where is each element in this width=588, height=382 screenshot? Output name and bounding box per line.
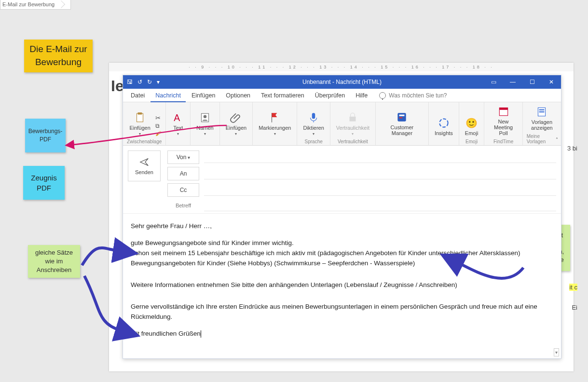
menubar: Datei Nachricht Einfügen Optionen Text f… [123,89,561,102]
emoji-icon: 🙂 [465,117,478,129]
svg-point-10 [439,119,448,127]
clipboard-icon [134,111,146,124]
von-button[interactable]: Von [167,150,199,164]
svg-rect-0 [137,114,143,122]
svg-rect-9 [399,117,403,118]
menu-datei[interactable]: Datei [126,89,150,102]
template-icon [535,106,548,118]
markierungen-button[interactable]: Markierungen▾ [257,110,293,137]
svg-rect-5 [312,113,315,119]
insights-button[interactable]: Insights [433,116,455,137]
menu-ueberpruefen[interactable]: Überprüfen [310,89,350,102]
addressbook-icon [199,111,211,124]
menu-optionen[interactable]: Optionen [221,89,255,102]
minimize-icon[interactable]: — [503,75,522,89]
send-button[interactable]: Senden [128,150,161,181]
titlebar: 🖫 ↺ ↻ ▾ Unbenannt - Nachricht (HTML) ▭ —… [123,75,561,89]
cc-field[interactable] [204,184,556,196]
calendar-poll-icon [497,105,510,118]
compose-header: Senden Von An Cc Betreff [123,146,561,214]
bg-text-fragment: 3 bi [567,145,577,152]
svg-rect-15 [539,111,545,112]
svg-rect-6 [350,117,356,122]
svg-rect-14 [539,109,545,110]
sticky-gleiche-saetze: gleiche Sätze wie im Anschreiben [28,245,80,278]
menu-einfuegen[interactable]: Einfügen [187,89,220,102]
vertraulichkeit-button[interactable]: Vertraulichkeit▾ [334,110,371,137]
mail-body[interactable]: Sehr geehrte Frau / Herr …, gute Bewegun… [123,214,561,358]
ribbon: Einfügen▾ ✂ ⧉ 🖌 Zwischenablage A Text▾ N… [123,102,561,146]
an-button[interactable]: An [167,167,199,180]
paste-button[interactable]: Einfügen▾ [127,110,152,137]
group-vorlagen: Meine Vorlagen [527,134,557,144]
vorlagen-button[interactable]: Vorlagenanzeigen [529,105,555,132]
bg-text-fragment: Ei [572,304,577,311]
flag-icon [269,111,281,124]
menu-text-formatieren[interactable]: Text formatieren [256,89,309,102]
group-vertraulichkeit: Vertraulichkeit [338,139,368,144]
cc-button[interactable]: Cc [167,183,199,197]
outlook-window: 🖫 ↺ ↻ ▾ Unbenannt - Nachricht (HTML) ▭ —… [123,75,561,359]
namen-button[interactable]: Namen▾ [194,110,215,137]
text-button[interactable]: A Text▾ [170,110,186,137]
svg-point-4 [204,115,207,119]
window-title: Unbenannt - Nachricht (HTML) [302,79,382,85]
customer-manager-button[interactable]: Customer Manager [380,110,424,137]
sticky-zeugnis-pdf: Zeugnis PDF [23,166,65,200]
group-findtime: FindTime [493,139,513,144]
text-icon: A [172,111,184,124]
meeting-poll-button[interactable]: NewMeeting Poll [488,104,518,137]
cut-icon[interactable]: ✂ [155,114,161,122]
tell-me[interactable]: Was möchten Sie tun? [379,92,447,99]
send-icon [139,157,150,167]
tell-me-label: Was möchten Sie tun? [389,92,447,99]
mail-paragraph: Weitere Informationen entnehmen Sie bitt… [131,280,553,290]
copy-icon[interactable]: ⧉ [155,123,161,129]
mail-paragraph: Mit freundlichen Grüßen [131,329,553,339]
save-icon[interactable]: 🖫 [127,79,133,85]
subject-field[interactable] [204,200,556,211]
menu-hilfe[interactable]: Hilfe [351,89,372,102]
mail-paragraph: gute Bewegungsangebote sind für Kinder i… [131,238,553,269]
mail-paragraph: Gerne vervollständige ich Ihre ersten Ei… [131,302,553,322]
svg-text:A: A [174,112,180,123]
einfuegen-attach-button[interactable]: Einfügen▾ [224,110,248,137]
scroll-indicator-icon[interactable]: ▾ [554,348,559,357]
ribbon-collapse-icon[interactable]: ˄ [556,137,558,142]
svg-rect-8 [399,115,405,116]
redo-icon[interactable]: ↻ [147,79,152,85]
mic-icon [307,111,320,124]
paperclip-icon [230,111,242,124]
emoji-button[interactable]: 🙂 Emoji [463,116,480,137]
sticky-bewerbungs-pdf: Bewerbungs-PDF [25,119,66,152]
diktieren-button[interactable]: Diktieren▾ [301,110,326,137]
ribbon-mode-icon[interactable]: ▭ [484,75,503,89]
customer-manager-icon [396,111,408,123]
undo-icon[interactable]: ↺ [137,79,142,85]
sticky-title: Die E-Mail zur Bewerbung [24,40,93,72]
insights-icon [438,117,450,129]
maximize-icon[interactable]: ☐ [522,75,542,89]
qat-more-icon[interactable]: ▾ [157,79,160,85]
bg-text-fragment: it c [569,284,577,291]
from-field[interactable] [204,151,556,163]
group-emoji: Emoji [465,139,478,144]
lock-tag-icon [346,111,359,124]
close-icon[interactable]: ✕ [542,75,561,89]
svg-rect-1 [138,112,142,114]
mail-paragraph: Sehr geehrte Frau / Herr …, [131,221,553,232]
svg-rect-12 [499,108,507,109]
format-painter-icon[interactable]: 🖌 [155,130,161,137]
betreff-label: Betreff [167,203,199,208]
group-zwischenablage: Zwischenablage [127,139,162,144]
group-sprache: Sprache [305,139,323,144]
slide-tab[interactable]: E-Mail zur Bewerbung [0,0,71,10]
to-field[interactable] [204,168,556,179]
ruler: · · 9 · · · 10 · · · 11 · · · 12 · · · 1… [109,63,574,71]
bulb-icon [379,92,386,99]
menu-nachricht[interactable]: Nachricht [150,89,186,102]
